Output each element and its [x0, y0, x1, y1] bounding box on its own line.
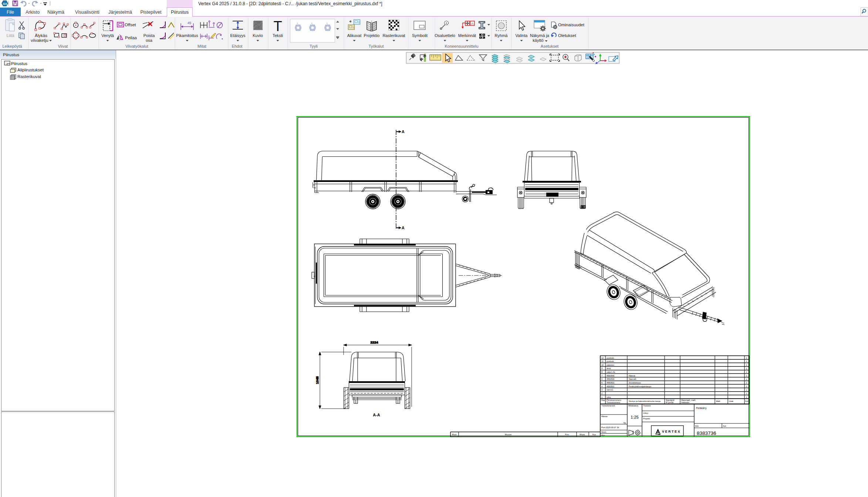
svg-text:pystituki: pystituki	[607, 357, 614, 359]
svg-text:Erä: Erä	[695, 425, 699, 427]
svg-text:Ryhmä: Ryhmä	[495, 33, 508, 38]
svg-text:Liitä: Liitä	[6, 33, 14, 38]
svg-text:viivaketju: viivaketju	[31, 38, 48, 43]
svg-text:Järjestelmä: Järjestelmä	[108, 10, 132, 15]
svg-text:Peilaa: Peilaa	[125, 36, 137, 40]
svg-text:6: 6	[601, 378, 602, 380]
svg-text:Malli: Malli	[716, 400, 720, 402]
svg-text:Osaluettelo: Osaluettelo	[435, 33, 455, 38]
svg-text:7: 7	[601, 375, 602, 377]
svg-text:1:25: 1:25	[631, 415, 638, 419]
svg-text:Mitat: Mitat	[197, 44, 206, 48]
svg-text:Työkalut: Työkalut	[369, 44, 384, 48]
svg-text:lamp: lamp	[607, 367, 611, 369]
svg-text:Pvm: Pvm	[601, 426, 605, 429]
svg-text:A: A	[471, 22, 473, 26]
svg-text:Näsmä: Näsmä	[629, 375, 635, 377]
svg-text:1: 1	[601, 396, 602, 398]
svg-text:Projekti: Projekti	[643, 417, 650, 420]
svg-text:Teksti: Teksti	[273, 33, 283, 38]
svg-text:G4: G4	[3, 2, 7, 6]
svg-text:Asetukset: Asetukset	[541, 44, 558, 48]
svg-text:Mittakaava: Mittakaava	[628, 405, 639, 407]
svg-text:Valinta: Valinta	[516, 33, 528, 38]
svg-text:VERTEX: VERTEX	[662, 430, 681, 433]
svg-text:M (pv/l)k: M (pv/l)k	[666, 401, 673, 403]
svg-text:osa: osa	[146, 38, 153, 43]
svg-text:Hyv.: Hyv.	[592, 433, 597, 436]
svg-text:Projektio: Projektio	[364, 33, 380, 38]
svg-text:45: 45	[188, 21, 191, 25]
svg-text:Osa: Osa	[601, 399, 605, 401]
svg-text:Yleistoleranssit: Yleistoleranssit	[601, 405, 615, 407]
svg-text:Näkymä: Näkymä	[47, 10, 64, 15]
svg-text:Lisät.: Lisät.	[729, 400, 734, 402]
svg-text:T: T	[273, 18, 282, 34]
svg-text:Leikepöytä: Leikepöytä	[2, 44, 22, 48]
svg-text:Muut.: Muut.	[452, 433, 457, 436]
svg-text:Hyv.: Hyv.	[601, 434, 605, 436]
svg-text:Kuvio: Kuvio	[253, 33, 263, 38]
svg-text:Visualisointi: Visualisointi	[75, 10, 99, 15]
svg-text:lylkiy: lylkiy	[607, 396, 611, 398]
svg-text:Ominaisuudet: Ominaisuudet	[558, 23, 585, 27]
svg-text:4550540: 4550540	[607, 375, 614, 377]
svg-text:Muutos: Muutos	[505, 433, 511, 436]
svg-text:Symbolit: Symbolit	[412, 33, 428, 38]
svg-text:Älykäs: Älykäs	[35, 33, 47, 38]
svg-text:lisätiedot: lisätiedot	[681, 401, 689, 403]
svg-text:Tunnusnumero: Tunnusnumero	[607, 401, 620, 403]
svg-text:Pistepilvet: Pistepilvet	[141, 10, 162, 15]
svg-text:8383736: 8383736	[697, 430, 716, 436]
svg-text:Viivat: Viivat	[58, 44, 68, 48]
svg-text:1: 1	[746, 396, 747, 398]
svg-text:Massa: Massa	[601, 415, 608, 417]
svg-text:4: 4	[601, 385, 602, 388]
svg-text:Merkinnät: Merkinnät	[458, 33, 476, 38]
svg-text:9: 9	[601, 367, 602, 369]
svg-text:Kpl: Kpl	[745, 400, 748, 402]
svg-text:1: 1	[746, 364, 747, 366]
svg-text:Poista: Poista	[143, 33, 155, 38]
svg-text:Peräkärry: Peräkärry	[696, 407, 707, 410]
svg-text:Ehdot: Ehdot	[232, 44, 243, 48]
svg-text:Piirustus: Piirustus	[3, 53, 19, 57]
svg-text:Viivatyökalut: Viivatyökalut	[125, 44, 148, 48]
svg-text:Nimitys ja lisämerkintä/muita: Nimitys ja lisämerkintä/muita tietoja	[629, 400, 661, 402]
svg-text:Näkymä ja: Näkymä ja	[530, 33, 550, 38]
svg-text:1: 1	[746, 357, 747, 359]
svg-text:Etäisyys: Etäisyys	[230, 33, 246, 38]
svg-text:1: 1	[746, 375, 747, 377]
svg-text:1: 1	[746, 360, 747, 362]
svg-text:A: A	[402, 226, 405, 230]
svg-text:11: 11	[601, 360, 604, 362]
svg-text:1: 1	[746, 371, 747, 373]
svg-text:File: File	[7, 10, 14, 15]
svg-text:Peräluykälinmäjalelampu: Peräluykälinmäjalelampu	[629, 385, 651, 388]
svg-text:Offset: Offset	[125, 23, 136, 27]
svg-text:Alipiirustukset: Alipiirustukset	[17, 68, 44, 72]
svg-text:Piirustus: Piirustus	[11, 61, 27, 66]
svg-text:Tyyli: Tyyli	[310, 44, 318, 48]
svg-text:1: 1	[746, 389, 747, 391]
svg-text:1: 1	[746, 392, 747, 395]
svg-text:1: 1	[446, 21, 447, 25]
svg-text:4550530: 4550530	[607, 378, 614, 380]
svg-text:vaija 1.4s: vaija 1.4s	[607, 371, 615, 373]
svg-text:Vertex G4 2025 / 31.0.8 - [2D:: Vertex G4 2025 / 31.0.8 - [2D: 2dpiirtot…	[198, 1, 382, 6]
svg-text:Liittyy: Liittyy	[643, 412, 648, 414]
svg-text:2: 2	[746, 378, 747, 381]
svg-text:10: 10	[601, 364, 604, 366]
svg-text:12: 12	[601, 357, 604, 359]
svg-text:Alikuvat: Alikuvat	[347, 33, 362, 38]
svg-text:Pvm: Pvm	[565, 433, 569, 436]
svg-text:päätelev: päätelev	[607, 364, 614, 366]
svg-text:1045: 1045	[315, 376, 319, 384]
svg-text:2025-05-07 JK: 2025-05-07 JK	[606, 426, 619, 429]
svg-text:2224: 2224	[370, 340, 378, 344]
svg-text:2: 2	[601, 392, 602, 395]
svg-text:Kpl: Kpl	[723, 425, 726, 427]
svg-text:Venytä: Venytä	[101, 33, 114, 38]
svg-text:Koneensuunnittelu: Koneensuunnittelu	[445, 44, 478, 48]
svg-text:Rasterikuvat: Rasterikuvat	[17, 74, 41, 79]
